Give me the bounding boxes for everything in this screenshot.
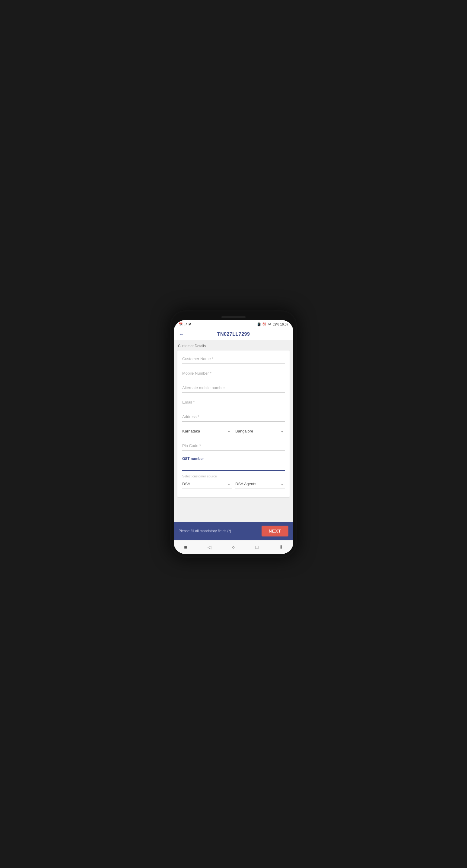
battery-text: 62% 16:37 bbox=[272, 322, 288, 326]
bottom-bar: Please fill all mandatory fields (*) NEX… bbox=[174, 522, 293, 540]
vibrate-icon: 📳 bbox=[257, 322, 261, 327]
source-agent-dropdown[interactable]: DSA Agents bbox=[235, 480, 285, 489]
state-dropdown[interactable]: Karnataka bbox=[182, 428, 232, 436]
customer-source-label: Select customer source bbox=[182, 474, 285, 478]
city-dropdown[interactable]: Bangalore bbox=[235, 428, 285, 436]
recent-apps-button[interactable]: □ bbox=[253, 542, 261, 553]
download-icon: ⬇ bbox=[279, 544, 283, 550]
recent-icon: □ bbox=[256, 545, 259, 550]
mobile-number-field bbox=[182, 370, 285, 378]
device-frame: 📅 ⇄ P 📳 ⏰ 4G 62% 16:37 ← TN027LL7299 Cus… bbox=[170, 310, 297, 558]
parking-icon: P bbox=[188, 322, 191, 327]
next-button[interactable]: NEXT bbox=[262, 526, 288, 536]
device-screen: 📅 ⇄ P 📳 ⏰ 4G 62% 16:37 ← TN027LL7299 Cus… bbox=[174, 320, 293, 554]
gst-input[interactable] bbox=[182, 462, 285, 471]
form-card: Karnataka ▼ Bangalore ▼ bbox=[177, 350, 290, 497]
home-button[interactable]: ○ bbox=[230, 542, 237, 553]
gst-field: GST number bbox=[182, 457, 285, 471]
network-icon: 4G bbox=[268, 323, 271, 326]
main-content: Customer Details bbox=[174, 340, 293, 522]
source-type-field: DSA ▼ bbox=[182, 480, 232, 489]
status-bar: 📅 ⇄ P 📳 ⏰ 4G 62% 16:37 bbox=[174, 320, 293, 329]
back-button[interactable]: ← bbox=[179, 331, 184, 338]
calendar-icon: 📅 bbox=[179, 322, 183, 327]
state-city-row: Karnataka ▼ Bangalore ▼ bbox=[182, 428, 285, 436]
mobile-number-input[interactable] bbox=[182, 370, 285, 378]
device-top bbox=[174, 314, 293, 320]
home-icon: ○ bbox=[232, 545, 235, 550]
email-field bbox=[182, 399, 285, 407]
download-button[interactable]: ⬇ bbox=[276, 542, 285, 553]
camera-notch bbox=[222, 316, 245, 318]
page-title: TN027LL7299 bbox=[217, 332, 250, 337]
stop-icon: ■ bbox=[184, 545, 187, 550]
address-field bbox=[182, 413, 285, 422]
pin-code-input[interactable] bbox=[182, 442, 285, 451]
back-arrow-icon: ← bbox=[179, 331, 184, 338]
back-nav-button[interactable]: ◁ bbox=[205, 542, 213, 553]
status-left-icons: 📅 ⇄ P bbox=[179, 322, 191, 327]
source-row: DSA ▼ DSA Agents ▼ bbox=[182, 480, 285, 489]
app-header: ← TN027LL7299 bbox=[174, 329, 293, 340]
address-input[interactable] bbox=[182, 413, 285, 422]
nav-bar: ■ ◁ ○ □ ⬇ bbox=[174, 540, 293, 554]
gst-label: GST number bbox=[182, 457, 285, 461]
alt-mobile-input[interactable] bbox=[182, 384, 285, 393]
source-type-dropdown[interactable]: DSA bbox=[182, 480, 232, 489]
customer-name-field bbox=[182, 355, 285, 364]
email-input[interactable] bbox=[182, 399, 285, 407]
city-field: Bangalore ▼ bbox=[235, 428, 285, 436]
section-label: Customer Details bbox=[177, 344, 290, 348]
source-agent-field: DSA Agents ▼ bbox=[235, 480, 285, 489]
customer-source-section: Select customer source DSA ▼ DSA Agents bbox=[182, 474, 285, 489]
pin-code-field bbox=[182, 442, 285, 451]
back-nav-icon: ◁ bbox=[208, 544, 211, 550]
customer-name-input[interactable] bbox=[182, 355, 285, 364]
status-right: 📳 ⏰ 4G 62% 16:37 bbox=[257, 322, 288, 327]
stop-button[interactable]: ■ bbox=[182, 542, 189, 553]
mandatory-text: Please fill all mandatory fields (*) bbox=[179, 529, 231, 533]
state-field: Karnataka ▼ bbox=[182, 428, 232, 436]
alt-mobile-field bbox=[182, 384, 285, 393]
usb-icon: ⇄ bbox=[184, 322, 187, 327]
alarm-icon: ⏰ bbox=[262, 322, 266, 327]
